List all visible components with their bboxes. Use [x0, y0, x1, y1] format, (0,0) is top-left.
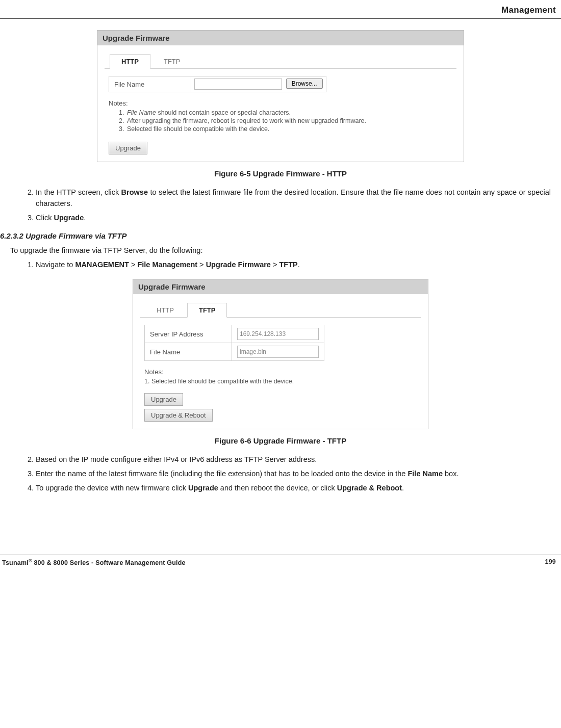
upgrade-firmware-http-panel: Upgrade Firmware HTTP TFTP File Name Bro… [97, 30, 464, 162]
panel-title: Upgrade Firmware [97, 31, 464, 45]
step-tftp-3: Enter the name of the latest firmware fi… [36, 469, 551, 480]
step-http-3: Click Upgrade. [36, 213, 551, 224]
steps-tftp-rest: Based on the IP mode configure either IP… [20, 454, 561, 493]
intro-tftp: To upgrade the firmware via TFTP Server,… [10, 246, 561, 254]
tab-http-2[interactable]: HTTP [145, 303, 185, 317]
note-3: 3.Selected file should be compatible wit… [119, 125, 456, 133]
step-http-2: In the HTTP screen, click Browse to sele… [36, 187, 551, 210]
upgrade-button[interactable]: Upgrade [109, 142, 147, 154]
file-name-input-2[interactable] [237, 346, 319, 358]
tab-http[interactable]: HTTP [110, 54, 150, 69]
note-1: 1.File Name should not contain space or … [119, 109, 456, 116]
step-tftp-4: To upgrade the device with new firmware … [36, 483, 551, 494]
page-footer: Tsunami® 800 & 8000 Series - Software Ma… [0, 555, 561, 566]
upgrade-reboot-button[interactable]: Upgrade & Reboot [144, 409, 213, 422]
tab-bar: HTTP TFTP [105, 54, 456, 69]
steps-http: In the HTTP screen, click Browse to sele… [20, 187, 561, 223]
tftp-form: Server IP Address File Name [144, 325, 324, 361]
tab-bar-2: HTTP TFTP [140, 302, 421, 318]
browse-button[interactable]: Browse... [286, 79, 323, 89]
notes-label: Notes: [109, 99, 456, 107]
section-heading-tftp: 6.2.3.2 Upgrade Firmware via TFTP [0, 231, 561, 240]
step-tftp-2: Based on the IP mode configure either IP… [36, 454, 551, 465]
footer-page-number: 199 [545, 558, 556, 566]
panel-title-2: Upgrade Firmware [133, 279, 428, 294]
figure-caption-6-5: Figure 6-5 Upgrade Firmware - HTTP [0, 169, 561, 178]
tab-tftp-2[interactable]: TFTP [187, 303, 227, 318]
upgrade-button-2[interactable]: Upgrade [144, 393, 183, 406]
file-name-row: File Name Browse... [109, 76, 326, 92]
file-name-label-2: File Name [145, 343, 232, 361]
note-2: 2.After upgrading the firmware, reboot i… [119, 117, 456, 124]
file-name-input[interactable] [194, 79, 282, 90]
page-header: Management [0, 5, 561, 18]
server-ip-label: Server IP Address [145, 325, 232, 343]
figure-caption-6-6: Figure 6-6 Upgrade Firmware - TFTP [0, 436, 561, 445]
steps-tftp-nav: Navigate to MANAGEMENT > File Management… [20, 259, 561, 271]
note-tftp-1: 1. Selected file should be compatible wi… [144, 378, 421, 385]
file-name-label: File Name [109, 76, 191, 92]
server-ip-input[interactable] [237, 328, 319, 340]
upgrade-firmware-tftp-panel: Upgrade Firmware HTTP TFTP Server IP Add… [133, 279, 428, 429]
footer-guide-title: Tsunami® 800 & 8000 Series - Software Ma… [2, 558, 186, 566]
tab-tftp[interactable]: TFTP [152, 55, 192, 68]
notes-label-2: Notes: [144, 368, 421, 376]
divider-top [0, 18, 561, 19]
step-tftp-1: Navigate to MANAGEMENT > File Management… [36, 259, 551, 271]
notes-list: 1.File Name should not contain space or … [119, 109, 456, 133]
